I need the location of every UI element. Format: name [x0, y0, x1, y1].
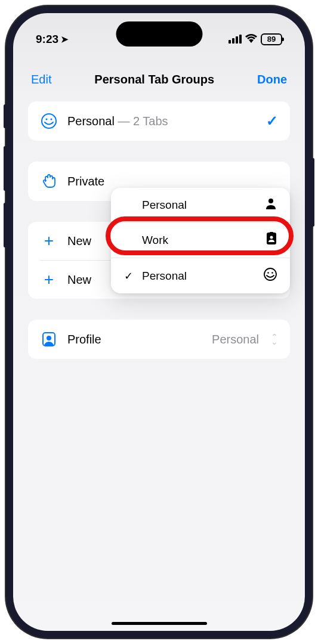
- checkmark-icon: ✓: [266, 113, 278, 129]
- nav-bar: Edit Personal Tab Groups Done: [13, 52, 305, 101]
- svg-point-11: [271, 272, 273, 274]
- dynamic-island: [116, 21, 202, 47]
- edit-button[interactable]: Edit: [31, 73, 51, 86]
- power-button: [311, 158, 314, 227]
- tab-group-personal[interactable]: Personal — 2 Tabs ✓: [28, 101, 290, 141]
- volume-up-button: [4, 146, 7, 191]
- new-label: New: [67, 273, 91, 287]
- tab-group-label: Personal — 2 Tabs: [67, 114, 257, 128]
- svg-point-2: [51, 119, 53, 120]
- popup-item-personal-1[interactable]: Personal: [111, 188, 290, 222]
- popup-item-personal-2[interactable]: ✓ Personal: [111, 258, 290, 293]
- home-indicator[interactable]: [112, 622, 207, 625]
- location-icon: ➤: [61, 34, 69, 45]
- plus-icon: +: [40, 270, 58, 289]
- profile-label: Profile: [67, 333, 101, 346]
- smiley-icon: [40, 112, 58, 130]
- content-area: Personal — 2 Tabs ✓ Private + New + N: [13, 101, 305, 359]
- battery-level: 89: [267, 35, 276, 44]
- battery-icon: 89: [261, 33, 282, 45]
- signal-icon: [229, 35, 242, 44]
- silent-switch: [4, 104, 7, 128]
- phone-frame: 9:23 ➤ 89 Edit Personal Tab Groups Done: [6, 6, 312, 638]
- svg-rect-7: [270, 232, 273, 234]
- popup-item-label: Work: [142, 234, 168, 247]
- page-title: Personal Tab Groups: [94, 73, 214, 86]
- smiley-icon: [264, 268, 277, 284]
- svg-point-4: [47, 336, 51, 340]
- plus-icon: +: [40, 231, 58, 250]
- done-button[interactable]: Done: [257, 73, 287, 86]
- hand-icon: [40, 172, 58, 190]
- profile-value: Personal: [212, 333, 259, 346]
- chevron-updown-icon: ⌃⌄: [271, 335, 278, 345]
- svg-point-9: [264, 268, 276, 280]
- profile-icon: [40, 330, 58, 348]
- status-time: 9:23: [36, 33, 58, 46]
- status-left: 9:23 ➤: [36, 33, 69, 46]
- badge-icon: [266, 232, 277, 248]
- volume-down-button: [4, 203, 7, 247]
- svg-point-8: [270, 236, 273, 239]
- svg-point-10: [267, 272, 269, 274]
- svg-point-0: [42, 114, 56, 128]
- status-right: 89: [229, 33, 282, 46]
- new-label: New: [67, 234, 91, 248]
- profile-selector[interactable]: Profile Personal ⌃⌄: [28, 320, 290, 359]
- popup-item-label: Personal: [142, 270, 187, 283]
- wifi-icon: [245, 33, 257, 46]
- person-icon: [265, 197, 277, 212]
- tab-group-label: Private: [67, 175, 278, 188]
- svg-point-5: [268, 199, 273, 203]
- profile-popup-menu: Personal Work: [111, 188, 290, 293]
- svg-point-1: [46, 119, 48, 120]
- checkmark-icon: ✓: [124, 270, 136, 283]
- phone-screen: 9:23 ➤ 89 Edit Personal Tab Groups Done: [13, 13, 305, 631]
- popup-item-work[interactable]: Work: [111, 222, 290, 258]
- popup-item-label: Personal: [142, 199, 187, 212]
